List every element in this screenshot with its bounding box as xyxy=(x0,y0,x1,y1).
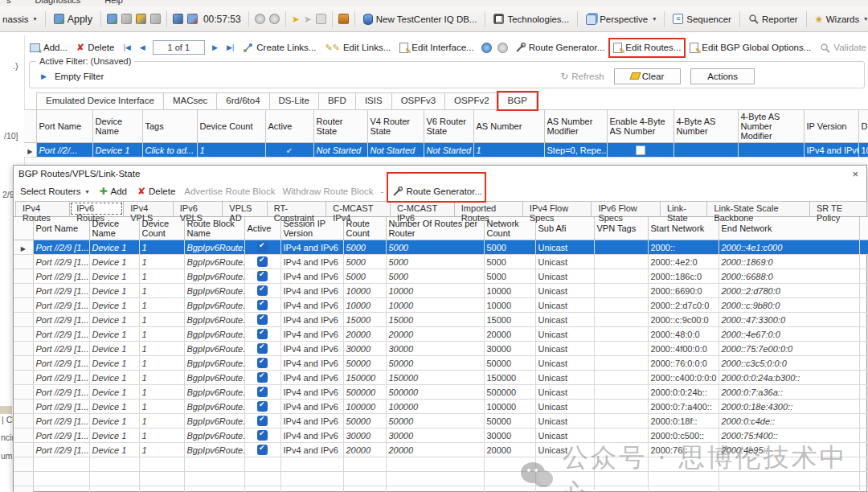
add-device-button[interactable]: Add... xyxy=(28,41,69,54)
cell-as-number[interactable]: 1 xyxy=(473,143,544,158)
cell-device-count[interactable]: 1 xyxy=(139,443,184,457)
row-selector[interactable] xyxy=(14,356,33,371)
cell-end-network[interactable]: 2000:0:c4de:: xyxy=(719,414,859,428)
cell-routes-per-router[interactable]: 5000 xyxy=(386,269,484,284)
checkbox-checked-icon[interactable] xyxy=(257,358,268,368)
checkbox-checked-icon[interactable] xyxy=(257,372,268,383)
cell-device-name[interactable]: Device 1 xyxy=(89,414,139,428)
cell-active[interactable] xyxy=(244,385,280,400)
cell-routes-per-router[interactable]: 50000 xyxy=(386,414,484,428)
cell-vpn-tags[interactable] xyxy=(594,255,648,269)
cell-start-network[interactable]: 2000:0:18f:: xyxy=(648,414,719,428)
close-icon[interactable]: × xyxy=(849,168,862,180)
capture-icon[interactable] xyxy=(255,14,265,24)
col-tags[interactable]: Tags xyxy=(142,110,197,143)
cell-routes-per-router[interactable]: 150000 xyxy=(386,371,484,385)
sync-icon[interactable] xyxy=(481,43,492,53)
cell-start-network[interactable]: 2000::48:0:0 xyxy=(648,327,719,342)
cell-port-name[interactable]: Port //2/9 [1... xyxy=(33,414,89,428)
col-v6-router-state[interactable]: V6 Router State xyxy=(424,110,473,143)
cell-end-network[interactable]: 2000::c:9b80:0 xyxy=(719,298,859,313)
cell-route-count[interactable]: 5000 xyxy=(343,255,386,269)
cell-route-block-name[interactable]: BgpIpv6Route... xyxy=(184,269,244,284)
row-selector[interactable] xyxy=(14,443,33,457)
route-generator-button[interactable]: Route Generator... xyxy=(514,41,607,55)
col-device-count[interactable]: Device Count xyxy=(197,110,265,143)
cell-port-name[interactable]: Port //2/9 [1... xyxy=(33,443,89,457)
cell-port-name[interactable]: Port //2/9 [1... xyxy=(33,327,89,342)
cell-session-ip-version[interactable]: IPv4 and IPv6 xyxy=(280,342,343,356)
cell-route-count[interactable]: 30000 xyxy=(343,342,386,356)
tab-imported-routes[interactable]: Imported Routes xyxy=(454,201,523,216)
cell-start-network[interactable]: 2000::76:0:0:0 xyxy=(648,356,719,371)
prev-page-icon[interactable]: ◀ xyxy=(138,43,147,52)
cell-vpn-tags[interactable] xyxy=(594,269,648,284)
cell-end-network[interactable]: 2000::2:d780:0 xyxy=(719,284,859,298)
cell-routes-per-router[interactable]: 20000 xyxy=(386,443,484,457)
cell-port-name[interactable]: Port //2/9 [1... xyxy=(33,240,89,255)
cell-routes-per-router[interactable]: 15000 xyxy=(386,313,484,327)
cell-routes-per-router[interactable]: 30000 xyxy=(386,342,484,356)
cell-start-network[interactable]: 2000:: xyxy=(648,240,719,255)
cell-sub-afi[interactable]: Unicast xyxy=(535,284,594,298)
cell-active[interactable]: ✔ xyxy=(265,143,313,158)
cell-route-block-name[interactable]: BgpIpv6Route... xyxy=(184,342,244,356)
cell-network-count[interactable]: 5000 xyxy=(484,240,535,255)
route-table-row[interactable]: Port //2/9 [1... Device 1 1 BgpIpv6Route… xyxy=(14,327,868,342)
menu-item-diagnostics[interactable]: Diagnostics xyxy=(35,0,81,5)
tab-vpls-ad[interactable]: VPLS AD xyxy=(222,201,267,216)
row-selector[interactable] xyxy=(14,371,33,385)
chassis-dropdown[interactable]: nassis xyxy=(0,13,39,26)
checkbox-checked-icon[interactable] xyxy=(257,343,268,354)
checkbox-checked-icon[interactable] xyxy=(257,329,268,339)
checkbox-checked-icon[interactable] xyxy=(257,271,268,281)
cell-session-ip-version[interactable]: IPv4 and IPv6 xyxy=(280,443,343,457)
last-page-icon[interactable]: ▶| xyxy=(225,43,235,52)
cell-device-name[interactable]: Device 1 xyxy=(89,428,139,443)
cell-active[interactable] xyxy=(244,342,280,356)
cell-route-count[interactable]: 50000 xyxy=(343,414,386,428)
col-routes-per-router[interactable]: Number Of Routes per Router xyxy=(386,217,484,240)
tab-ipv4-vpls[interactable]: IPv4 VPLS xyxy=(123,201,174,216)
cell-route-count[interactable]: 15000 xyxy=(343,313,386,327)
cell-start-network[interactable]: 2000::2:d7c0:0 xyxy=(648,298,719,313)
cell-active[interactable] xyxy=(244,269,280,284)
cell-device-name[interactable]: Device 1 xyxy=(89,385,139,400)
cell-port-name[interactable]: Port //2/... xyxy=(36,143,92,158)
route-table-row[interactable]: Port //2/9 [1... Device 1 1 BgpIpv6Route… xyxy=(14,255,868,269)
checkbox-checked-icon[interactable] xyxy=(257,401,268,412)
cell-routes-per-router[interactable]: 500000 xyxy=(386,385,484,400)
cell-active[interactable] xyxy=(244,414,280,428)
cell-vpn-tags[interactable] xyxy=(594,400,648,414)
row-selector[interactable] xyxy=(14,284,33,298)
cell-route-block-name[interactable]: BgpIpv6Route... xyxy=(184,400,244,414)
start-arp-icon[interactable]: ➤ xyxy=(292,14,300,24)
cell-port-name[interactable]: Port //2/9 [1... xyxy=(33,269,89,284)
cell-vpn-tags[interactable] xyxy=(594,356,648,371)
cell-end-network[interactable]: 2000::47:3300:0 xyxy=(719,313,859,327)
cell-route-count[interactable]: 5000 xyxy=(343,269,386,284)
cell-active[interactable] xyxy=(244,371,280,385)
cell-device-name[interactable]: Device 1 xyxy=(89,327,139,342)
cell-port-name[interactable]: Port //2/9 [1... xyxy=(33,298,89,313)
col-network-count[interactable]: Network Count xyxy=(484,217,535,240)
cell-route-count[interactable]: 30000 xyxy=(343,428,386,443)
cell-device-count[interactable]: 1 xyxy=(139,414,184,428)
cell-routes-per-router[interactable]: 5000 xyxy=(386,240,484,255)
tab-link-state-scale-backbone[interactable]: Link-State Scale Backbone xyxy=(706,201,810,216)
start-traffic-icon[interactable] xyxy=(173,14,183,24)
cell-routes-per-router[interactable]: 10000 xyxy=(386,284,484,298)
tab-ipv4-routes[interactable]: IPv4 Routes xyxy=(15,201,70,216)
stop-traffic-icon[interactable] xyxy=(187,14,198,24)
cell-route-count[interactable]: 150000 xyxy=(343,371,386,385)
route-table-row[interactable]: Port //2/9 [1... Device 1 1 BgpIpv6Route… xyxy=(14,269,868,284)
tab-ospfv2[interactable]: OSPFv2 xyxy=(444,92,498,109)
cell-device-name[interactable]: Device 1 xyxy=(89,269,139,284)
col-as-number[interactable]: AS Number xyxy=(473,110,544,143)
cell-route-block-name[interactable]: BgpIpv6Route... xyxy=(184,240,244,255)
cell-route-count[interactable]: 500000 xyxy=(343,385,386,400)
cell-sub-afi[interactable]: Unicast xyxy=(535,269,594,284)
tab-ipv6-routes[interactable]: IPv6 Routes xyxy=(69,201,124,216)
cell-vpn-tags[interactable] xyxy=(594,414,648,428)
cell-network-count[interactable]: 10000 xyxy=(484,284,535,298)
